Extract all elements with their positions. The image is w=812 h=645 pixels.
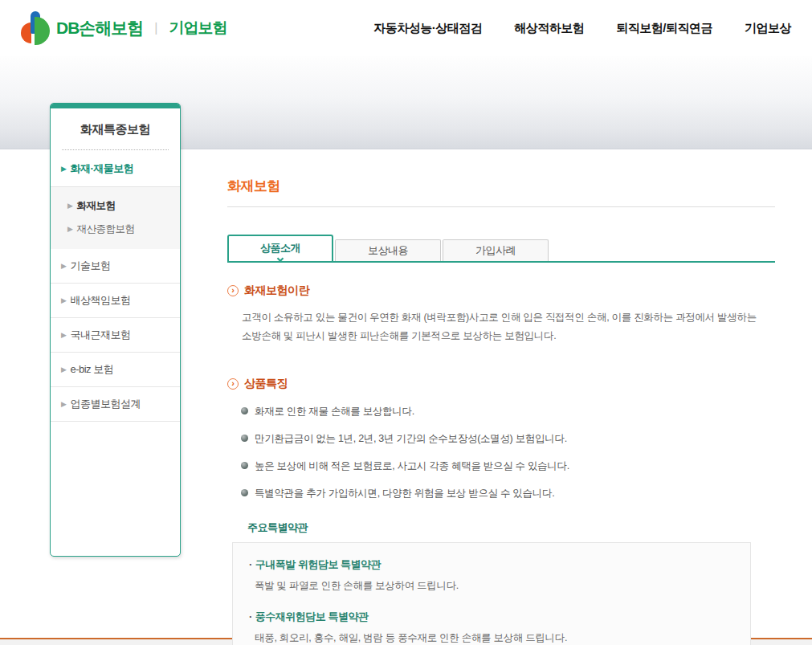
clause-description: 폭발 및 파열로 인한 손해를 보상하여 드립니다. bbox=[255, 578, 743, 594]
brand-name: DB손해보험 bbox=[56, 17, 143, 39]
arrow-right-icon: ▶ bbox=[61, 165, 66, 173]
circle-arrow-icon: › bbox=[227, 285, 239, 296]
feature-item: 특별약관을 추가 가입하시면, 다양한 위험을 보상 받으실 수 있습니다. bbox=[241, 487, 775, 500]
tab-case-examples[interactable]: 가입사례 bbox=[443, 239, 549, 261]
sidebar-item-label: 배상책임보험 bbox=[70, 294, 130, 306]
section-intro-heading-row: › 화재보험이란 bbox=[227, 284, 775, 298]
arrow-right-icon: ▶ bbox=[67, 202, 72, 210]
tab-label: 상품소개 bbox=[260, 241, 300, 255]
sidebar-item-fire-property[interactable]: ▶화재·재물보험 bbox=[51, 150, 180, 187]
logo-petal-green bbox=[35, 17, 50, 45]
feature-text: 화재로 인한 재물 손해를 보상합니다. bbox=[255, 405, 414, 418]
sidebar-item-label: e-biz 보험 bbox=[70, 363, 113, 375]
tab-bar: 상품소개 보상내용 가입사례 bbox=[227, 236, 775, 263]
site-label: 기업보험 bbox=[169, 18, 227, 39]
sidebar-item-industry-plan[interactable]: ▶업종별보험설계 bbox=[51, 387, 180, 422]
section-intro-title: 화재보험이란 bbox=[244, 284, 309, 298]
sidebar-item-workers-comp[interactable]: ▶국내근재보험 bbox=[51, 318, 180, 353]
special-clauses-box: ·구내폭발 위험담보 특별약관 폭발 및 파열로 인한 손해를 보상하여 드립니… bbox=[232, 542, 751, 645]
bullet-icon bbox=[241, 462, 248, 469]
dot-bullet-icon: · bbox=[249, 610, 252, 623]
page-title: 화재보험 bbox=[227, 177, 775, 207]
feature-item: 높은 보상에 비해 적은 보험료로, 사고시 각종 혜택을 받으실 수 있습니다… bbox=[241, 459, 775, 473]
sidebar-subitem-label: 재산종합보험 bbox=[76, 223, 134, 235]
bullet-icon bbox=[241, 407, 248, 414]
global-nav: 자동차성능·상태점검 해상적하보험 퇴직보험/퇴직연금 기업보상 bbox=[373, 21, 791, 36]
section-features-heading-row: › 상품특징 bbox=[227, 377, 775, 391]
arrow-right-icon: ▶ bbox=[61, 400, 66, 408]
special-clauses-heading: 주요특별약관 bbox=[247, 520, 775, 535]
clause-description: 태풍, 회오리, 홍수, 해일, 범람 등 풍수재로 인한 손해를 보상해 드립… bbox=[255, 630, 743, 645]
sidebar-item-label: 업종별보험설계 bbox=[70, 398, 141, 410]
section-intro-body: 고객이 소유하고 있는 물건이 우연한 화재 (벼락포함)사고로 인해 입은 직… bbox=[242, 308, 762, 345]
sidebar-item-engineering[interactable]: ▶기술보험 bbox=[51, 249, 180, 284]
page: DB손해보험 | 기업보험 자동차성능·상태점검 해상적하보험 퇴직보험/퇴직연… bbox=[0, 0, 812, 645]
feature-text: 특별약관을 추가 가입하시면, 다양한 위험을 보상 받으실 수 있습니다. bbox=[255, 487, 554, 500]
sidebar-subitem-property-comprehensive[interactable]: ▶재산종합보험 bbox=[51, 218, 180, 241]
nav-item-car-inspection[interactable]: 자동차성능·상태점검 bbox=[373, 21, 482, 36]
brand-logo[interactable]: DB손해보험 | 기업보험 bbox=[21, 11, 227, 45]
tab-label: 보상내용 bbox=[368, 243, 408, 258]
sidebar-subitem-label: 화재보험 bbox=[76, 200, 115, 211]
sidebar-group-label: 화재·재물보험 bbox=[70, 162, 133, 174]
sidebar-submenu: ▶화재보험 ▶재산종합보험 bbox=[51, 187, 180, 249]
nav-item-corporate-comp[interactable]: 기업보상 bbox=[745, 21, 791, 36]
feature-text: 높은 보상에 비해 적은 보험료로, 사고시 각종 혜택을 받으실 수 있습니다… bbox=[255, 459, 569, 473]
main-content: 화재보험 상품소개 보상내용 가입사례 › 화재보험이란 고객이 소유하고 있는… bbox=[227, 161, 775, 645]
nav-item-retirement[interactable]: 퇴직보험/퇴직연금 bbox=[616, 21, 712, 36]
db-logo-icon bbox=[21, 11, 50, 45]
clause-title-text: 구내폭발 위험담보 특별약관 bbox=[255, 558, 381, 570]
header: DB손해보험 | 기업보험 자동차성능·상태점검 해상적하보험 퇴직보험/퇴직연… bbox=[0, 0, 812, 56]
arrow-right-icon: ▶ bbox=[67, 225, 72, 233]
circle-arrow-icon: › bbox=[227, 378, 239, 390]
tab-label: 가입사례 bbox=[475, 243, 516, 258]
arrow-right-icon: ▶ bbox=[61, 365, 66, 374]
brand-separator: | bbox=[154, 21, 157, 35]
sidebar-item-liability[interactable]: ▶배상책임보험 bbox=[51, 284, 180, 318]
sidebar-title: 화재특종보험 bbox=[51, 108, 180, 149]
section-features-title: 상품특징 bbox=[244, 377, 288, 391]
sidebar-item-label: 국내근재보험 bbox=[70, 329, 130, 341]
arrow-right-icon: ▶ bbox=[61, 262, 66, 270]
clause-title-link[interactable]: ·구내폭발 위험담보 특별약관 bbox=[249, 557, 734, 572]
dot-bullet-icon: · bbox=[249, 558, 252, 570]
clause-title-text: 풍수재위험담보 특별약관 bbox=[255, 610, 369, 623]
tab-coverage[interactable]: 보상내용 bbox=[335, 239, 441, 261]
clause-title-link[interactable]: ·풍수재위험담보 특별약관 bbox=[249, 610, 734, 624]
sidebar-subitem-fire-insurance[interactable]: ▶화재보험 bbox=[51, 194, 180, 218]
sidebar-item-ebiz[interactable]: ▶e-biz 보험 bbox=[51, 353, 180, 387]
feature-item: 화재로 인한 재물 손해를 보상합니다. bbox=[241, 405, 775, 418]
nav-item-marine-cargo[interactable]: 해상적하보험 bbox=[514, 21, 584, 36]
clause-explosion: ·구내폭발 위험담보 특별약관 폭발 및 파열로 인한 손해를 보상하여 드립니… bbox=[249, 557, 734, 594]
tab-product-intro[interactable]: 상품소개 bbox=[227, 235, 333, 261]
chevron-down-icon bbox=[277, 255, 284, 262]
feature-list: 화재로 인한 재물 손해를 보상합니다. 만기환급금이 없는 1년, 2년, 3… bbox=[241, 405, 775, 500]
arrow-right-icon: ▶ bbox=[61, 296, 66, 304]
sidebar-item-label: 기술보험 bbox=[70, 259, 110, 271]
feature-item: 만기환급금이 없는 1년, 2년, 3년 기간의 순수보장성(소멸성) 보험입니… bbox=[241, 432, 775, 446]
sidebar: 화재특종보험 ▶화재·재물보험 ▶화재보험 ▶재산종합보험 ▶기술보험 ▶배상책… bbox=[50, 103, 181, 557]
clause-storm-flood: ·풍수재위험담보 특별약관 태풍, 회오리, 홍수, 해일, 범람 등 풍수재로… bbox=[249, 610, 734, 645]
bullet-icon bbox=[241, 489, 248, 496]
arrow-right-icon: ▶ bbox=[61, 331, 66, 339]
bullet-icon bbox=[241, 435, 248, 442]
feature-text: 만기환급금이 없는 1년, 2년, 3년 기간의 순수보장성(소멸성) 보험입니… bbox=[255, 432, 567, 446]
